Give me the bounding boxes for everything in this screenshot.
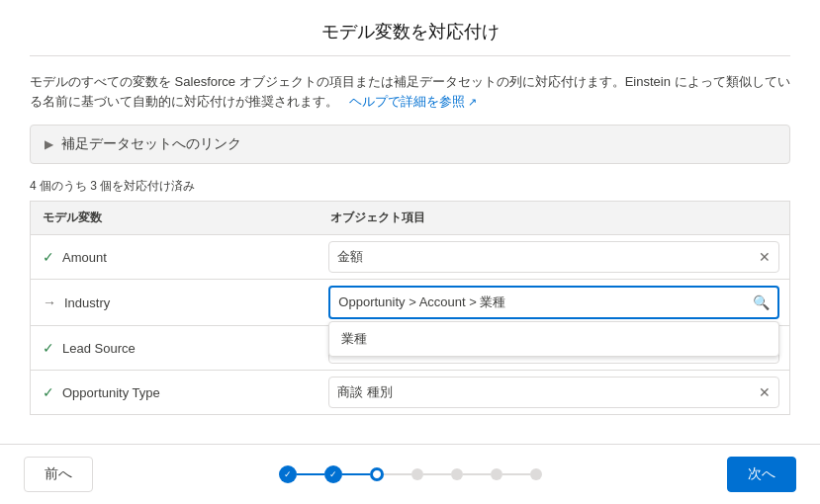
step-4 bbox=[411, 468, 423, 480]
help-link[interactable]: ヘルプで詳細を参照 ↗ bbox=[349, 94, 478, 109]
step-line-1 bbox=[297, 473, 324, 475]
clear-icon-amount[interactable]: ✕ bbox=[759, 249, 771, 265]
step-7 bbox=[530, 468, 542, 480]
step-6 bbox=[491, 468, 502, 480]
variable-cell-amount: ✓ Amount bbox=[31, 239, 319, 275]
collapsible-label: 補足データセットへのリンク bbox=[61, 135, 241, 153]
variable-cell-leadsource: ✓ Lead Source bbox=[31, 330, 319, 366]
next-button[interactable]: 次へ bbox=[727, 457, 796, 492]
col-header-field: オブジェクト項目 bbox=[319, 202, 789, 235]
variable-cell-industry: → Industry bbox=[31, 285, 319, 320]
dropdown-suggestion-industry: 業種 bbox=[328, 321, 779, 357]
step-line-5 bbox=[463, 473, 491, 475]
variable-label-leadsource: Lead Source bbox=[62, 341, 136, 356]
variable-label-opptype: Opportunity Type bbox=[62, 385, 160, 400]
clear-icon-opptype[interactable]: ✕ bbox=[759, 384, 771, 400]
collapsible-header[interactable]: ▶ 補足データセットへのリンク bbox=[31, 126, 789, 163]
chevron-right-icon: ▶ bbox=[45, 137, 53, 151]
table-row: ✓ Opportunity Type 商談 種別 ✕ bbox=[31, 371, 790, 415]
page-description: モデルのすべての変数を Salesforce オブジェクトの項目または補足データ… bbox=[30, 72, 790, 111]
col-header-variable: モデル変数 bbox=[31, 202, 319, 235]
field-cell-opptype: 商談 種別 ✕ bbox=[319, 371, 789, 414]
field-input-industry[interactable]: Opportunity > Account > 業種 🔍 bbox=[328, 286, 779, 319]
step-line-4 bbox=[423, 473, 451, 475]
step-line-3 bbox=[384, 473, 411, 475]
variable-cell-opptype: ✓ Opportunity Type bbox=[31, 375, 319, 410]
check-icon: ✓ bbox=[43, 384, 54, 400]
field-value-industry: Opportunity > Account > 業種 bbox=[338, 294, 750, 311]
step-line-2 bbox=[342, 473, 370, 475]
check-icon: ✓ bbox=[43, 340, 54, 356]
step-5 bbox=[451, 468, 463, 480]
check-icon: ✓ bbox=[43, 249, 54, 265]
status-text: 4 個のうち 3 個を対応付け済み bbox=[30, 178, 790, 195]
mapping-table: モデル変数 オブジェクト項目 ✓ Amount 金額 ✕ bbox=[30, 201, 790, 415]
variable-label-industry: Industry bbox=[64, 295, 110, 310]
collapsible-section: ▶ 補足データセットへのリンク bbox=[30, 125, 790, 164]
footer: 前へ ✓ ✓ 次へ bbox=[0, 444, 820, 504]
search-icon-industry: 🔍 bbox=[753, 294, 770, 310]
field-cell-industry: Opportunity > Account > 業種 🔍 業種 bbox=[319, 280, 789, 325]
table-row: ✓ Amount 金額 ✕ bbox=[31, 235, 790, 280]
field-input-opptype[interactable]: 商談 種別 ✕ bbox=[328, 377, 779, 408]
field-value-amount: 金額 bbox=[337, 248, 751, 266]
step-2: ✓ bbox=[324, 465, 342, 483]
prev-button[interactable]: 前へ bbox=[24, 457, 93, 492]
field-input-amount[interactable]: 金額 ✕ bbox=[328, 241, 779, 273]
field-value-opptype: 商談 種別 bbox=[337, 383, 751, 401]
variable-label: Amount bbox=[62, 250, 107, 265]
progress-track: ✓ ✓ bbox=[279, 465, 542, 483]
table-row: → Industry Opportunity > Account > 業種 🔍 … bbox=[31, 280, 790, 326]
step-3 bbox=[370, 467, 384, 481]
step-1: ✓ bbox=[279, 465, 297, 483]
arrow-icon: → bbox=[43, 294, 56, 310]
step-line-6 bbox=[502, 473, 530, 475]
page-title: モデル変数を対応付け bbox=[30, 20, 790, 56]
field-cell-amount: 金額 ✕ bbox=[319, 235, 789, 279]
external-link-icon: ↗ bbox=[468, 96, 477, 108]
dropdown-item[interactable]: 業種 bbox=[329, 322, 778, 356]
